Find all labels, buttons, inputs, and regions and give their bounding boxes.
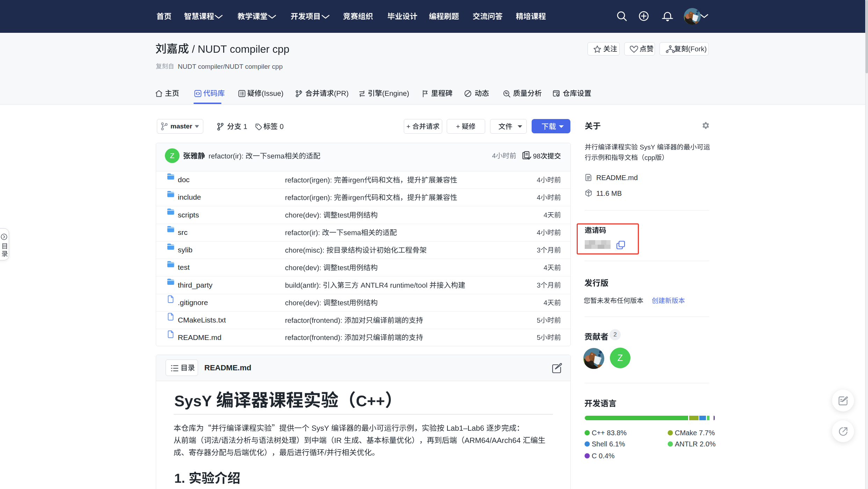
svg-text:Z: Z — [618, 353, 623, 363]
svg-text:Z: Z — [170, 151, 175, 160]
